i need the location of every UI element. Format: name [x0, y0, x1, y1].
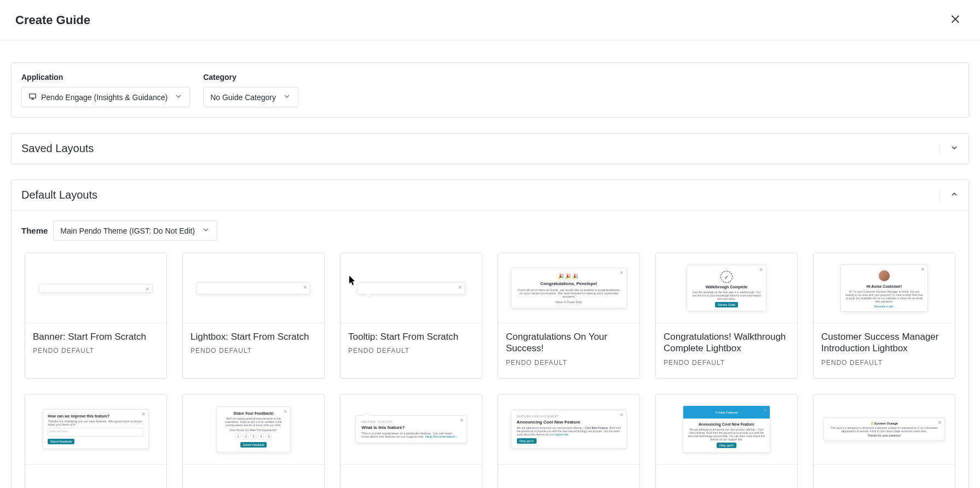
saved-layouts-header[interactable]: Saved Layouts	[11, 133, 969, 164]
layout-meta: Tooltip: Start From ScratchPENDO DEFAULT	[341, 323, 482, 378]
layout-meta: Customer Success Manager Introduction Li…	[814, 323, 955, 378]
layout-card[interactable]: ✕Lightbox: Start From ScratchPENDO DEFAU…	[182, 253, 325, 379]
config-panel: Application Pendo Engage (Insights & Gui…	[11, 62, 969, 118]
layout-preview: ✕ FEATURE ANNOUNCEMENT Announcing Cool N…	[498, 394, 639, 464]
default-layouts-section: Default Layouts Theme Main Pendo Theme (…	[11, 179, 969, 488]
chevron-down-icon	[283, 92, 291, 102]
default-layouts-header[interactable]: Default Layouts	[11, 180, 969, 210]
layout-title: Lightbox: Start From Scratch	[191, 331, 316, 342]
layout-card[interactable]: ✕ FEATURE ANNOUNCEMENT Announcing Cool N…	[498, 394, 640, 488]
theme-label: Theme	[21, 226, 48, 235]
layout-meta	[498, 464, 639, 488]
layout-card[interactable]: ✕ Hi Acme Customer! Hi, I'm your Custome…	[813, 253, 955, 379]
layout-meta: Congratulations On Your Success!PENDO DE…	[498, 323, 639, 378]
close-icon: ✕	[759, 268, 763, 272]
layout-card[interactable]: ✕ System Outage This layout is designed …	[813, 394, 955, 488]
category-field: Category No Guide Category	[203, 73, 298, 107]
layout-title: Tooltip: Start From Scratch	[348, 331, 474, 342]
layout-meta	[183, 464, 324, 488]
layout-preview: ✕ Share Your Feedback! We'll be making g…	[183, 394, 324, 464]
layout-meta	[814, 464, 955, 488]
layout-subtitle: PENDO DEFAULT	[506, 359, 632, 367]
chevron-down-icon	[201, 225, 210, 236]
layout-subtitle: PENDO DEFAULT	[821, 359, 947, 367]
layout-preview: ✕ How can we improve this feature? Thank…	[25, 394, 166, 464]
layout-card[interactable]: ✕Banner: Start From ScratchPENDO DEFAULT	[25, 253, 167, 379]
chevron-up-icon	[939, 190, 959, 201]
layout-subtitle: PENDO DEFAULT	[348, 347, 474, 355]
close-icon: ✕	[458, 285, 462, 290]
layout-preview: ✕	[25, 253, 166, 323]
layout-subtitle: PENDO DEFAULT	[664, 359, 789, 367]
layout-meta: Congratulations! Walkthrough Complete Li…	[656, 323, 797, 378]
category-label: Category	[203, 73, 298, 82]
layout-preview: ✕ 🎉🎉🎉 Congratulations, Penelope! From al…	[498, 253, 639, 323]
close-icon: ✕	[146, 287, 149, 292]
close-icon: ✕	[620, 413, 624, 417]
layout-preview: ✕ ✦ New Feature! Announcing Cool New Fea…	[656, 394, 797, 464]
application-label: Application	[21, 73, 190, 82]
layout-card[interactable]: ✕ Share Your Feedback! We'll be making g…	[182, 394, 325, 488]
default-layouts-title: Default Layouts	[21, 189, 97, 201]
layout-title: Congratulations On Your Success!	[506, 331, 632, 355]
close-icon: ✕	[921, 267, 925, 272]
layout-meta: Banner: Start From ScratchPENDO DEFAULT	[25, 323, 166, 378]
close-icon: ✕	[620, 270, 624, 275]
layout-preview: ✕ Hi Acme Customer! Hi, I'm your Custome…	[814, 253, 955, 323]
application-value: Pendo Engage (Insights & Guidance)	[41, 93, 168, 102]
category-value: No Guide Category	[210, 93, 276, 102]
layout-preview: ✕ System Outage This layout is designed …	[814, 394, 955, 464]
theme-value: Main Pendo Theme (IGST: Do Not Edit)	[60, 226, 195, 235]
close-icon: ✕	[142, 412, 146, 417]
layout-preview: ✕ HELPER TOOLTIP What is this feature? T…	[341, 394, 482, 464]
modal-header: Create Guide	[0, 0, 980, 40]
saved-layouts-title: Saved Layouts	[21, 142, 94, 155]
svg-rect-2	[30, 94, 36, 98]
chevron-down-icon	[939, 143, 959, 154]
layout-card[interactable]: ✕ 🎉🎉🎉 Congratulations, Penelope! From al…	[498, 253, 640, 379]
monitor-icon	[28, 92, 37, 102]
layout-title: Customer Success Manager Introduction Li…	[821, 331, 947, 355]
theme-select[interactable]: Main Pendo Theme (IGST: Do Not Edit)	[53, 220, 217, 241]
layout-card[interactable]: ✕ Walkthrough Complete Use this template…	[655, 253, 798, 379]
application-select[interactable]: Pendo Engage (Insights & Guidance)	[21, 87, 190, 107]
layout-meta: Lightbox: Start From ScratchPENDO DEFAUL…	[183, 323, 324, 378]
layout-title: Banner: Start From Scratch	[33, 331, 159, 342]
layout-card[interactable]: ✕ How can we improve this feature? Thank…	[25, 394, 167, 488]
close-icon: ✕	[303, 285, 307, 290]
layout-card[interactable]: ✕Tooltip: Start From ScratchPENDO DEFAUL…	[340, 253, 482, 379]
layout-card[interactable]: ✕ ✦ New Feature! Announcing Cool New Fea…	[655, 394, 798, 488]
layout-title: Congratulations! Walkthrough Complete Li…	[664, 331, 789, 355]
layout-card[interactable]: ✕ HELPER TOOLTIP What is this feature? T…	[340, 394, 482, 488]
layout-meta	[656, 464, 797, 488]
close-icon: ✕	[763, 408, 767, 413]
layout-subtitle: PENDO DEFAULT	[33, 347, 159, 355]
category-select[interactable]: No Guide Category	[203, 87, 298, 107]
close-icon: ✕	[938, 420, 942, 425]
close-icon: ✕	[460, 418, 464, 423]
theme-row: Theme Main Pendo Theme (IGST: Do Not Edi…	[21, 220, 959, 241]
layout-preview: ✕	[183, 253, 324, 323]
layout-preview: ✕ Walkthrough Complete Use this template…	[656, 253, 797, 323]
layout-meta	[341, 464, 482, 488]
layout-preview: ✕	[341, 253, 482, 323]
modal-title: Create Guide	[15, 13, 90, 27]
saved-layouts-section: Saved Layouts	[11, 133, 969, 164]
close-icon: ✕	[284, 409, 287, 414]
layout-subtitle: PENDO DEFAULT	[191, 347, 316, 355]
chevron-down-icon	[174, 92, 183, 102]
close-button[interactable]	[946, 10, 965, 30]
layout-meta	[25, 464, 166, 488]
close-icon	[949, 19, 961, 27]
application-field: Application Pendo Engage (Insights & Gui…	[21, 73, 190, 107]
